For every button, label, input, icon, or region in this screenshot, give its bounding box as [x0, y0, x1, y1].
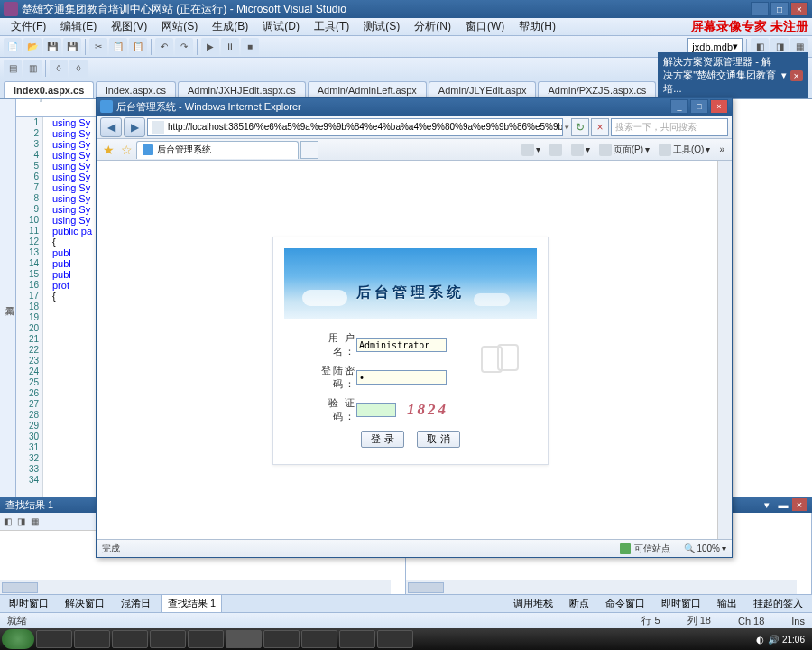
- find-right-scrollbar[interactable]: [406, 580, 797, 594]
- menu-tools[interactable]: 工具(T): [307, 17, 356, 36]
- ie-title-bar[interactable]: 后台管理系统 - Windows Internet Explorer _ □ ×: [97, 98, 732, 116]
- btab-callstack[interactable]: 调用堆栈: [508, 595, 558, 612]
- paste-icon[interactable]: 📋: [129, 38, 147, 56]
- start-button[interactable]: [2, 629, 34, 649]
- taskbar-item-8[interactable]: [301, 630, 337, 648]
- toolbox-sidebar[interactable]: 工具箱: [0, 99, 16, 497]
- ie-zoom-control[interactable]: 🔍 100% ▾: [678, 543, 726, 553]
- tray-icon-1[interactable]: ◐: [756, 635, 764, 645]
- find-left-scrollbar[interactable]: [0, 580, 391, 594]
- ie-feed-button[interactable]: [546, 144, 566, 156]
- ie-security-zone[interactable]: 可信站点: [620, 543, 670, 555]
- btab-pending[interactable]: 挂起的签入: [748, 595, 808, 612]
- menu-test[interactable]: 测试(S): [356, 17, 407, 36]
- favorites-star-icon[interactable]: ★: [100, 142, 116, 158]
- btab-breakpoints[interactable]: 断点: [564, 595, 595, 612]
- zoom-dropdown-icon[interactable]: ▾: [722, 543, 726, 553]
- ie-stop-button[interactable]: ×: [591, 118, 609, 136]
- captcha-image[interactable]: 1824: [407, 401, 448, 419]
- print-icon: [571, 144, 584, 156]
- taskbar-item-1[interactable]: [36, 630, 72, 648]
- taskbar-item-10[interactable]: [377, 630, 413, 648]
- btab-command[interactable]: 命令窗口: [600, 595, 651, 612]
- url-dropdown-icon[interactable]: ▾: [565, 123, 569, 132]
- save-all-icon[interactable]: 💾: [63, 38, 81, 56]
- system-tray[interactable]: ◐ 🔊 21:06: [751, 635, 810, 645]
- menu-edit[interactable]: 编辑(E): [53, 17, 104, 36]
- find-dropdown-icon[interactable]: ▾: [760, 498, 774, 511]
- menu-file[interactable]: 文件(F): [4, 17, 53, 36]
- btab-output[interactable]: 输出: [712, 595, 743, 612]
- ie-url-input[interactable]: http://localhost:38516/%e6%a5%9a%e9%9b%8…: [147, 118, 563, 136]
- menu-window[interactable]: 窗口(W): [458, 17, 512, 36]
- toolbar2-btn-2[interactable]: ▥: [23, 60, 42, 78]
- cut-icon[interactable]: ✂: [89, 38, 107, 56]
- ie-forward-button[interactable]: ▶: [124, 117, 145, 137]
- favorites-add-icon[interactable]: ☆: [118, 142, 134, 158]
- toolbar2-btn-1[interactable]: ▤: [4, 60, 22, 78]
- ie-vertical-scrollbar[interactable]: [717, 161, 732, 539]
- taskbar-item-5[interactable]: [188, 630, 224, 648]
- menu-website[interactable]: 网站(S): [154, 17, 205, 36]
- btab-log[interactable]: 混淆日: [115, 595, 156, 612]
- taskbar-item-6[interactable]: [226, 630, 262, 648]
- solution-explorer-tab[interactable]: 解决方案资源管理器 - 解决方案"楚雄交通集团教育培... ▾ ×: [658, 52, 808, 98]
- tray-icon-2[interactable]: 🔊: [768, 635, 779, 645]
- login-button[interactable]: 登录: [361, 431, 404, 448]
- menu-help[interactable]: 帮助(H): [512, 17, 563, 36]
- ie-page-menu[interactable]: 页面(P)▾: [595, 144, 653, 156]
- save-icon[interactable]: 💾: [43, 38, 61, 56]
- solution-pin-icon[interactable]: ▾: [781, 70, 787, 81]
- find-tool-1[interactable]: ◧: [4, 516, 12, 526]
- taskbar-item-7[interactable]: [263, 630, 300, 648]
- btab-immediate2[interactable]: 即时窗口: [656, 595, 706, 612]
- tab-index0[interactable]: index0.aspx.cs: [4, 81, 94, 98]
- taskbar-item-2[interactable]: [74, 630, 110, 648]
- taskbar-item-9[interactable]: [339, 630, 375, 648]
- ie-search-input[interactable]: 搜索一下，共同搜索: [611, 118, 728, 136]
- redo-icon[interactable]: ↷: [175, 38, 193, 56]
- captcha-input[interactable]: [356, 403, 396, 417]
- taskbar-item-4[interactable]: [150, 630, 186, 648]
- btab-immediate[interactable]: 即时窗口: [4, 595, 54, 612]
- toolbar2-btn-3[interactable]: ◊: [50, 60, 68, 78]
- cancel-button[interactable]: 取消: [417, 431, 460, 448]
- copy-icon[interactable]: 📋: [109, 38, 127, 56]
- find-tool-3[interactable]: ▦: [31, 516, 39, 526]
- ie-refresh-button[interactable]: ↻: [571, 118, 589, 136]
- ie-new-tab-button[interactable]: [300, 141, 318, 159]
- ie-maximize-button[interactable]: □: [690, 99, 708, 114]
- clock[interactable]: 21:06: [782, 635, 805, 645]
- undo-icon[interactable]: ↶: [155, 38, 173, 56]
- menu-debug[interactable]: 调试(D): [255, 17, 307, 36]
- menu-analyze[interactable]: 分析(N): [407, 17, 458, 36]
- menu-build[interactable]: 生成(B): [205, 17, 255, 36]
- ie-more-icon[interactable]: »: [715, 144, 728, 154]
- find-tool-2[interactable]: ◨: [17, 516, 25, 526]
- open-icon[interactable]: 📂: [23, 38, 42, 56]
- toolbar2-btn-4[interactable]: ◊: [69, 60, 88, 78]
- password-input[interactable]: [356, 370, 447, 385]
- btab-solve[interactable]: 解决窗口: [60, 595, 110, 612]
- ie-tools-menu[interactable]: 工具(O)▾: [655, 144, 714, 156]
- ie-print-button[interactable]: ▾: [567, 144, 594, 156]
- ie-page-tab[interactable]: 后台管理系统: [136, 141, 299, 159]
- vs-minimize-button[interactable]: _: [751, 2, 769, 16]
- vs-maximize-button[interactable]: □: [770, 2, 789, 16]
- vs-close-button[interactable]: ×: [790, 2, 808, 16]
- solution-close-icon[interactable]: ×: [790, 70, 803, 81]
- ie-minimize-button[interactable]: _: [670, 99, 688, 114]
- ie-home-button[interactable]: ▾: [518, 144, 544, 156]
- find-pin-icon[interactable]: ▬: [776, 498, 790, 511]
- ie-back-button[interactable]: ◀: [100, 117, 122, 137]
- taskbar-item-3[interactable]: [112, 630, 148, 648]
- find-close-icon[interactable]: ×: [792, 498, 807, 511]
- stop-icon[interactable]: ■: [241, 38, 259, 56]
- menu-view[interactable]: 视图(V): [104, 17, 154, 36]
- btab-find[interactable]: 查找结果 1: [161, 594, 222, 613]
- new-file-icon[interactable]: 📄: [4, 38, 22, 56]
- username-input[interactable]: [356, 338, 447, 352]
- ie-close-button[interactable]: ×: [710, 99, 728, 114]
- pause-icon[interactable]: ⏸: [221, 38, 239, 56]
- run-icon[interactable]: ▶: [201, 38, 219, 56]
